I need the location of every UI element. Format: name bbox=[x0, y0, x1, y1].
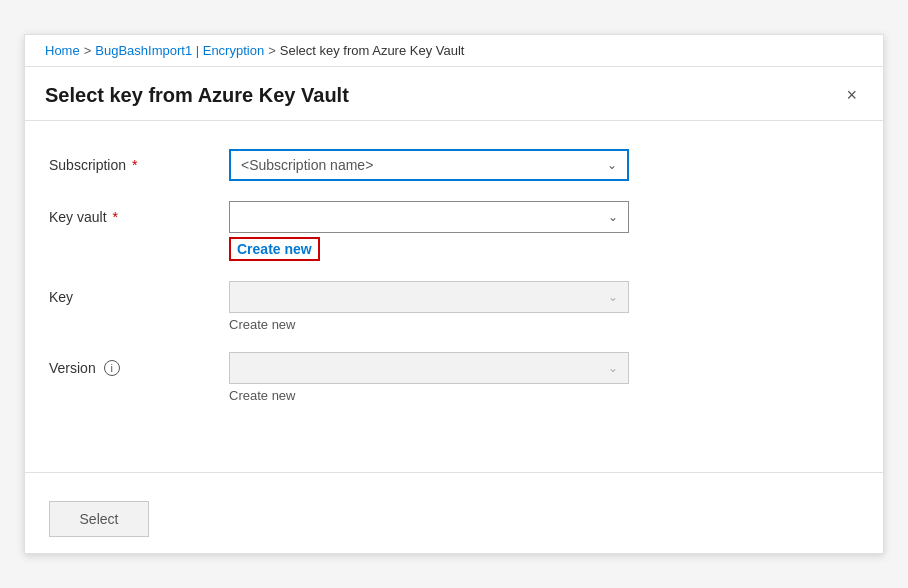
subscription-value: <Subscription name> bbox=[241, 157, 373, 173]
version-info-icon: i bbox=[104, 360, 120, 376]
dialog-header: Select key from Azure Key Vault × bbox=[25, 67, 883, 121]
version-row: Version i ⌄ Create new bbox=[49, 352, 859, 403]
close-button[interactable]: × bbox=[840, 83, 863, 108]
version-create-new-text: Create new bbox=[229, 388, 295, 403]
select-key-dialog: Home > BugBashImport1 | Encryption > Sel… bbox=[24, 34, 884, 554]
key-vault-chevron-icon: ⌄ bbox=[608, 210, 618, 224]
breadcrumb-separator-2: > bbox=[268, 43, 276, 58]
key-row: Key ⌄ Create new bbox=[49, 281, 859, 332]
key-vault-dropdown[interactable]: ⌄ bbox=[229, 201, 629, 233]
subscription-control: <Subscription name> ⌄ bbox=[229, 149, 629, 181]
key-control: ⌄ Create new bbox=[229, 281, 629, 332]
subscription-label: Subscription* bbox=[49, 149, 229, 173]
select-button[interactable]: Select bbox=[49, 501, 149, 537]
key-dropdown: ⌄ bbox=[229, 281, 629, 313]
breadcrumb-bugbash[interactable]: BugBashImport1 | Encryption bbox=[95, 43, 264, 58]
subscription-chevron-icon: ⌄ bbox=[607, 158, 617, 172]
version-control: ⌄ Create new bbox=[229, 352, 629, 403]
dialog-footer: Select bbox=[25, 485, 883, 553]
version-chevron-icon: ⌄ bbox=[608, 361, 618, 375]
key-vault-create-new-link[interactable]: Create new bbox=[229, 237, 320, 261]
key-vault-control: ⌄ Create new bbox=[229, 201, 629, 261]
subscription-row: Subscription* <Subscription name> ⌄ bbox=[49, 149, 859, 181]
key-vault-label: Key vault* bbox=[49, 201, 229, 225]
key-label: Key bbox=[49, 281, 229, 305]
version-label: Version i bbox=[49, 352, 229, 376]
footer-divider bbox=[25, 472, 883, 473]
dialog-body: Subscription* <Subscription name> ⌄ Key … bbox=[25, 121, 883, 460]
breadcrumb: Home > BugBashImport1 | Encryption > Sel… bbox=[25, 35, 883, 67]
key-chevron-icon: ⌄ bbox=[608, 290, 618, 304]
key-vault-required: * bbox=[113, 209, 118, 225]
breadcrumb-separator-1: > bbox=[84, 43, 92, 58]
key-vault-row: Key vault* ⌄ Create new bbox=[49, 201, 859, 261]
breadcrumb-home[interactable]: Home bbox=[45, 43, 80, 58]
key-create-new-text: Create new bbox=[229, 317, 295, 332]
dialog-title: Select key from Azure Key Vault bbox=[45, 84, 349, 107]
subscription-dropdown[interactable]: <Subscription name> ⌄ bbox=[229, 149, 629, 181]
breadcrumb-current: Select key from Azure Key Vault bbox=[280, 43, 465, 58]
version-dropdown: ⌄ bbox=[229, 352, 629, 384]
subscription-required: * bbox=[132, 157, 137, 173]
